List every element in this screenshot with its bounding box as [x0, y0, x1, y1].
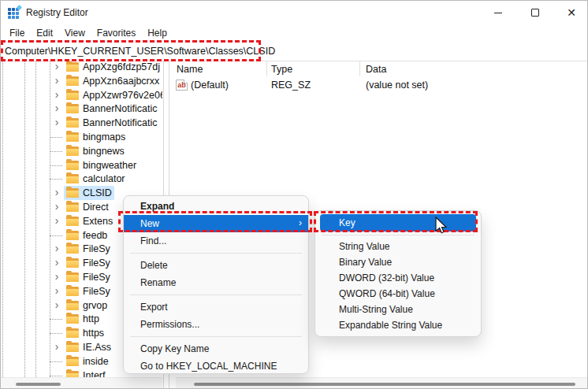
tree-item-label: AppXzg6fdzp57dj	[83, 61, 160, 72]
menu-item-expand[interactable]: Expand	[124, 198, 308, 215]
menu-item-label: Expand	[140, 201, 174, 212]
chevron-right-icon[interactable]: ›	[51, 340, 62, 354]
tree-connector	[50, 165, 62, 166]
tree-connector	[50, 179, 62, 180]
column-header-data[interactable]: Data	[366, 64, 386, 75]
minimize-button[interactable]	[486, 1, 510, 24]
maximize-button[interactable]	[523, 1, 547, 24]
tree-item-label: Direct	[83, 202, 109, 213]
chevron-right-icon[interactable]: ›	[51, 74, 62, 88]
menu-item-label: New	[140, 218, 159, 229]
column-header-name[interactable]: Name	[177, 64, 203, 75]
chevron-right-icon[interactable]: ›	[51, 298, 62, 313]
menu-item-dword-32-bit-value[interactable]: DWORD (32-bit) Value	[315, 270, 481, 286]
chevron-right-icon[interactable]: ›	[51, 284, 62, 298]
menu-item-qword-64-bit-value[interactable]: QWORD (64-bit) Value	[315, 286, 481, 302]
menubar: FileEditViewFavoritesHelp	[1, 24, 587, 41]
menu-item-copy-key-name[interactable]: Copy Key Name	[124, 340, 308, 358]
tree-item-bannernotificatic[interactable]: ›BannerNotificatic	[1, 102, 162, 116]
tree-item-bingnews[interactable]: bingnews	[1, 144, 162, 158]
registry-editor-icon	[8, 6, 20, 19]
value-row[interactable]: ab (Default) REG_SZ (value not set)	[170, 78, 588, 92]
menu-view[interactable]: View	[61, 26, 89, 40]
tree-item-bannernotificatic[interactable]: ›BannerNotificatic	[1, 116, 162, 130]
folder-icon	[66, 146, 79, 156]
tree-item-label: AppXzn6aajbcrxx	[83, 76, 159, 87]
folder-icon	[66, 217, 79, 226]
registry-editor-window: Registry Editor ✕ FileEditViewFavoritesH…	[0, 0, 588, 389]
address-bar[interactable]: Computer\HKEY_CURRENT_USER\Software\Clas…	[1, 41, 587, 61]
tree-item-label: bingmaps	[83, 132, 125, 143]
tree-connector	[50, 361, 62, 362]
menu-item-expandable-string-value[interactable]: Expandable String Value	[315, 317, 481, 333]
menu-item-export[interactable]: Export	[124, 298, 308, 316]
menu-item-label: Binary Value	[339, 257, 392, 268]
menu-item-key[interactable]: Key	[320, 214, 476, 232]
window-title: Registry Editor	[26, 7, 88, 18]
titlebar: Registry Editor ✕	[1, 1, 587, 24]
menu-item-permissions[interactable]: Permissions...	[124, 316, 308, 333]
menu-item-label: Delete	[140, 260, 168, 271]
chevron-right-icon[interactable]: ›	[51, 61, 62, 74]
folder-icon	[66, 132, 79, 142]
scrollbar-thumb[interactable]	[194, 383, 575, 386]
folder-icon	[66, 258, 79, 268]
tree-connector	[50, 319, 62, 320]
tree-connector	[50, 137, 62, 138]
folder-icon	[66, 272, 79, 282]
menu-edit[interactable]: Edit	[32, 26, 57, 40]
menu-item-binary-value[interactable]: Binary Value	[315, 254, 481, 270]
chevron-right-icon[interactable]: ›	[51, 200, 62, 214]
tree-item-label: FileSy	[83, 272, 110, 283]
tree-item-calculator[interactable]: calculator	[1, 172, 162, 186]
tree-item-label: AppXzwr976v2e06	[83, 90, 162, 101]
chevron-right-icon[interactable]: ›	[51, 242, 62, 256]
menu-item-find[interactable]: Find...	[124, 232, 308, 250]
menu-item-multi-string-value[interactable]: Multi-String Value	[315, 302, 481, 317]
tree-horizontal-scrollbar[interactable]	[1, 377, 162, 389]
menu-item-rename[interactable]: Rename	[124, 274, 308, 291]
tree-item-appxzwr976v2e06[interactable]: ›AppXzwr976v2e06	[1, 88, 162, 102]
column-separator[interactable]	[266, 61, 267, 76]
minimize-icon	[494, 13, 502, 13]
tree-item-bingmaps[interactable]: bingmaps	[1, 130, 162, 144]
value-name: (Default)	[191, 80, 229, 91]
menu-favorites[interactable]: Favorites	[93, 26, 140, 40]
close-icon: ✕	[567, 6, 576, 19]
chevron-right-icon[interactable]: ›	[51, 256, 62, 270]
folder-icon	[66, 357, 79, 366]
new-submenu: KeyString ValueBinary ValueDWORD (32-bit…	[314, 210, 482, 337]
tree-item-label: FileSy	[83, 286, 110, 297]
tree-item-appxzn6aajbcrxx[interactable]: ›AppXzn6aajbcrxx	[1, 74, 162, 88]
tree-item-bingweather[interactable]: bingweather	[1, 158, 162, 172]
tree-item-label: https	[83, 328, 104, 339]
chevron-right-icon[interactable]: ›	[51, 186, 62, 200]
column-separator[interactable]	[359, 61, 360, 76]
tree-connector	[50, 333, 62, 334]
list-horizontal-scrollbar[interactable]	[176, 377, 588, 389]
tree-item-label: calculator	[83, 173, 125, 184]
menu-item-string-value[interactable]: String Value	[315, 239, 481, 254]
chevron-right-icon[interactable]: ›	[51, 88, 62, 102]
menu-separator	[315, 232, 481, 239]
chevron-right-icon[interactable]: ›	[51, 270, 62, 284]
menu-file[interactable]: File	[6, 26, 28, 40]
tree-item-label: BannerNotificatic	[83, 103, 158, 114]
menu-help[interactable]: Help	[143, 26, 171, 40]
address-path: Computer\HKEY_CURRENT_USER\Software\Clas…	[1, 46, 275, 57]
scrollbar-thumb[interactable]	[16, 383, 61, 386]
tree-item-appxzg6fdzp57dj[interactable]: ›AppXzg6fdzp57dj	[1, 61, 162, 74]
chevron-right-icon[interactable]: ›	[51, 116, 62, 130]
close-button[interactable]: ✕	[560, 1, 583, 24]
menu-item-label: QWORD (64-bit) Value	[339, 288, 435, 299]
menu-separator	[124, 291, 308, 298]
menu-separator	[124, 250, 308, 257]
menu-item-delete[interactable]: Delete	[124, 257, 308, 274]
chevron-right-icon[interactable]: ›	[51, 102, 62, 116]
chevron-right-icon[interactable]: ›	[51, 214, 62, 228]
menu-item-go-to-hkey-local-machine[interactable]: Go to HKEY_LOCAL_MACHINE	[124, 358, 308, 374]
menu-item-label: DWORD (32-bit) Value	[339, 272, 434, 283]
column-header-type[interactable]: Type	[271, 64, 292, 75]
folder-icon	[66, 174, 79, 183]
menu-item-new[interactable]: New›	[124, 215, 308, 232]
